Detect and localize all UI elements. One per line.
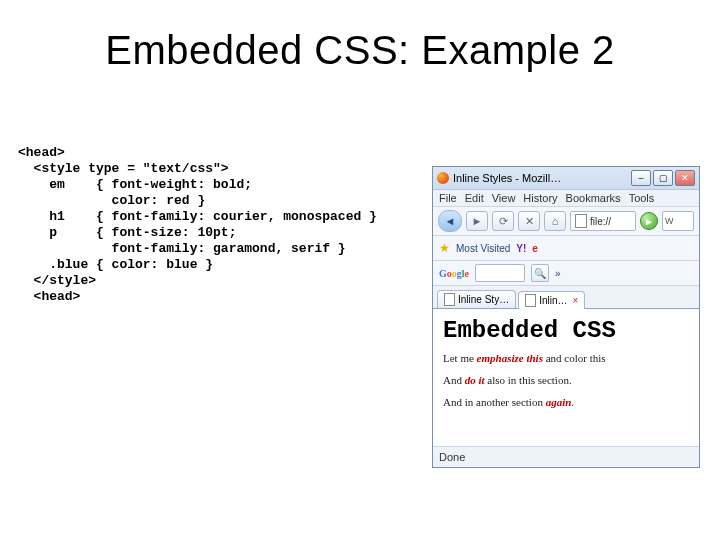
google-logo-icon[interactable]: Google — [439, 268, 469, 279]
stop-button[interactable]: ✕ — [518, 211, 540, 231]
p3-post: . — [571, 396, 574, 408]
tab-strip: Inline Sty… Inlin… × — [433, 286, 699, 309]
p2-em: do it — [465, 374, 485, 386]
menu-bookmarks[interactable]: Bookmarks — [566, 192, 621, 204]
maximize-button[interactable]: ▢ — [653, 170, 673, 186]
tab-2[interactable]: Inlin… × — [518, 291, 585, 309]
paragraph-2: And do it also in this section. — [443, 374, 689, 386]
browser-window: Inline Styles - Mozill… – ▢ ✕ File Edit … — [432, 166, 700, 468]
search-box[interactable]: W — [662, 211, 694, 231]
url-text: file:// — [590, 216, 611, 227]
forward-button[interactable]: ► — [466, 211, 488, 231]
status-bar: Done — [433, 446, 699, 467]
paragraph-1: Let me emphasize this and color this — [443, 352, 689, 364]
p3-pre: And in another section — [443, 396, 546, 408]
tab-2-label: Inlin… — [539, 295, 567, 306]
status-text: Done — [439, 451, 465, 463]
back-button[interactable]: ◄ — [438, 210, 462, 232]
page-icon — [444, 293, 455, 306]
minimize-button[interactable]: – — [631, 170, 651, 186]
p2-post: also in this section. — [485, 374, 572, 386]
page-content: Embedded CSS Let me emphasize this and c… — [433, 309, 699, 453]
nav-toolbar: ◄ ► ⟳ ✕ ⌂ file:// ► W — [433, 207, 699, 236]
reload-button[interactable]: ⟳ — [492, 211, 514, 231]
menu-view[interactable]: View — [492, 192, 516, 204]
p1-em: emphasize this — [477, 352, 543, 364]
p3-em: again — [546, 396, 572, 408]
tab-close-icon[interactable]: × — [573, 295, 579, 306]
go-button[interactable]: ► — [640, 212, 658, 230]
menu-edit[interactable]: Edit — [465, 192, 484, 204]
p2-pre: And — [443, 374, 465, 386]
url-bar[interactable]: file:// — [570, 211, 636, 231]
google-search-input[interactable] — [475, 264, 525, 282]
tab-1[interactable]: Inline Sty… — [437, 290, 516, 308]
page-icon — [525, 294, 536, 307]
paragraph-3: And in another section again. — [443, 396, 689, 408]
window-titlebar: Inline Styles - Mozill… – ▢ ✕ — [433, 167, 699, 190]
menu-file[interactable]: File — [439, 192, 457, 204]
most-visited-link[interactable]: Most Visited — [456, 243, 510, 254]
google-more[interactable]: » — [555, 268, 561, 279]
bookmark-star-icon[interactable]: ★ — [439, 241, 450, 255]
p1-pre: Let me — [443, 352, 477, 364]
menu-history[interactable]: History — [523, 192, 557, 204]
slide: Embedded CSS: Example 2 <head> <style ty… — [0, 0, 720, 540]
code-block: <head> <style type = "text/css"> em { fo… — [18, 145, 377, 305]
menu-bar: File Edit View History Bookmarks Tools — [433, 190, 699, 207]
google-search-button[interactable]: 🔍 — [531, 264, 549, 282]
slide-title: Embedded CSS: Example 2 — [0, 28, 720, 73]
yahoo-icon[interactable]: Y! — [516, 243, 526, 254]
bookmarks-toolbar: ★ Most Visited Y! e — [433, 236, 699, 261]
p1-post: and color this — [543, 352, 606, 364]
google-toolbar: Google 🔍 » — [433, 261, 699, 286]
window-title-text: Inline Styles - Mozill… — [453, 172, 561, 184]
tab-1-label: Inline Sty… — [458, 294, 509, 305]
home-button[interactable]: ⌂ — [544, 211, 566, 231]
menu-tools[interactable]: Tools — [629, 192, 655, 204]
page-heading: Embedded CSS — [443, 317, 689, 344]
ebay-icon[interactable]: e — [532, 243, 538, 254]
page-icon — [575, 214, 587, 228]
close-button[interactable]: ✕ — [675, 170, 695, 186]
firefox-icon — [437, 172, 449, 184]
